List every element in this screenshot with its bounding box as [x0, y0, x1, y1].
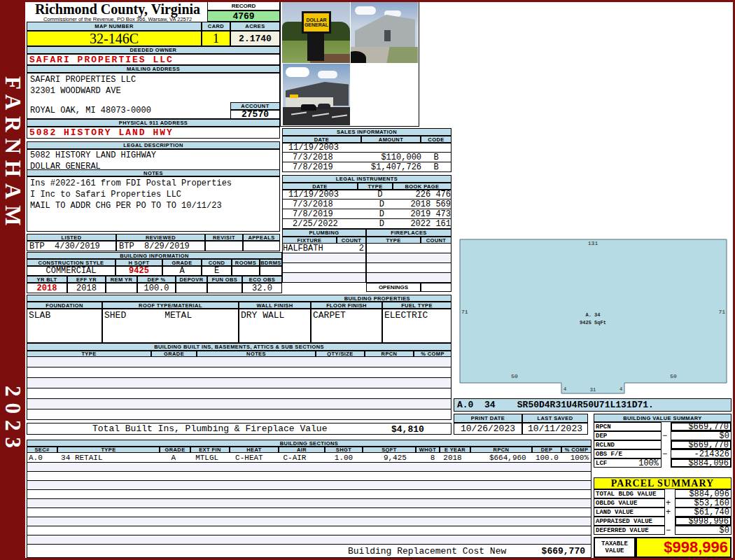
physical-address-label: PHYSICAL 911 ADDRESS: [27, 119, 280, 127]
funobs-label: FUN OBS: [207, 276, 242, 283]
sales-date-label: DATE: [282, 136, 361, 143]
plumbing-row: HALFBATH 2: [282, 244, 366, 253]
bvs-lcf-label: LCF 100%: [594, 458, 662, 468]
builtins-qty-label: QTY/SIZE: [316, 351, 365, 357]
builtins-empty-row: [27, 357, 451, 368]
effyr-value: 2018: [67, 283, 106, 293]
listed-value: BTP 4/30/2019: [27, 241, 116, 251]
plumbing-row: [282, 253, 366, 263]
sign-post: [307, 33, 324, 61]
bvs-lcf-value: $884,096: [671, 458, 732, 468]
map-number-label: MAP NUMBER: [27, 22, 202, 31]
county-title: Richmond County, Virginia: [29, 1, 206, 17]
sketch-dim-bottom-right: 50: [670, 373, 677, 379]
ps-deferred-op: −: [666, 526, 675, 535]
reviewed-label: REVIEWED: [116, 234, 205, 241]
deeded-owner-value: SAFARI PROPERTIES LLC: [27, 54, 280, 65]
rooms-label: ROOMS: [232, 259, 260, 266]
card-value: 1: [202, 31, 230, 46]
print-date-value: 10/26/2023: [454, 423, 522, 435]
fireplaces-label: FIREPLACES: [366, 229, 451, 237]
dollar-general-sign-board: DOLLAR GENERAL: [302, 11, 331, 34]
bvs-rclnd-value: $669,770: [671, 440, 732, 449]
plumbing-row: [282, 273, 366, 283]
last-saved-label: LAST SAVED: [522, 414, 588, 423]
builtins-total-row: Total Built Ins, Plumbing & Fireplace Va…: [27, 423, 451, 435]
effyr-label: EFF YR: [67, 276, 106, 283]
sec-whgt-label: WHGT: [416, 447, 440, 453]
openings-label: OPENINGS: [366, 283, 421, 292]
district-name: FARNHAM: [0, 76, 25, 232]
sketch-area-sqft: 9425 SqFt: [580, 320, 606, 326]
ecoobs-value: 32.0: [242, 283, 282, 293]
storefront-sign: [290, 94, 298, 98]
parked-car: [301, 104, 316, 111]
sign-text-line2: GENERAL: [304, 22, 328, 27]
builtins-notes-label: NOTES: [197, 351, 316, 357]
hsqft-value: 9425: [115, 266, 162, 276]
ps-totalbldg-label: TOTAL BLDG VALUE: [594, 489, 665, 498]
builtins-empty-row: [27, 378, 451, 388]
fireplace-row: [366, 263, 451, 273]
fixture-count-label: COUNT: [337, 237, 366, 244]
sec-extfin-label: EXT FIN: [190, 447, 230, 453]
taxable-label: TAXABLE VALUE: [594, 537, 636, 558]
instrument-row: 11/19/2003 D 226 476: [282, 190, 451, 200]
sec-type-label: TYPE: [57, 447, 160, 453]
deeded-owner-label: DEEDED OWNER: [27, 46, 280, 54]
bvs-rpcn-label: RPCN: [594, 422, 662, 431]
fireplace-type-label: TYPE: [366, 237, 421, 244]
note-line: I Inc to Safari Properties LLC: [27, 188, 279, 200]
photo-panel: DOLLAR GENERAL: [280, 0, 419, 127]
bvs-dep-op: −: [662, 431, 671, 440]
sketch-dim-notch-left: 4: [564, 386, 566, 392]
floor-finish-label: FLOOR FINISH: [311, 302, 382, 309]
tax-year: 2023: [0, 386, 25, 454]
builtins-empty-row: [27, 388, 451, 399]
foundation-label: FOUNDATION: [27, 302, 102, 309]
openings-value: [421, 283, 451, 292]
sec-heat-label: HEAT: [230, 447, 279, 453]
revisit-label: REVISIT: [205, 234, 243, 241]
ps-land-label: LAND VALUE: [594, 507, 665, 517]
building-properties-bar: BUILDING PROPERTIES: [27, 295, 451, 302]
section-empty-row: [27, 490, 592, 499]
taxable-value: $998,996: [636, 537, 732, 558]
cloud: [355, 6, 376, 15]
sec-rpcn-label: RPCN: [470, 447, 532, 453]
instr-type-label: TYPE: [358, 183, 393, 190]
section-empty-row: [27, 517, 592, 526]
sec-air-label: AIR: [279, 447, 325, 453]
builtins-empty-row: [27, 368, 451, 378]
builtins-grade-label: GRADE: [151, 351, 197, 357]
sales-row: 11/19/2003: [282, 143, 451, 153]
property-photo-building: [351, 2, 418, 63]
print-date-label: PRINT DATE: [454, 414, 522, 423]
section-empty-row: [27, 472, 592, 481]
plumbing-label: PLUMBING: [282, 229, 366, 237]
grade-label: GRADE: [162, 259, 202, 266]
property-photo-parking-lot: [283, 64, 350, 125]
ecoobs-label: ECO OBS: [242, 276, 282, 283]
note-line: Ins #2022-161 from FDI Postal Properties: [27, 177, 279, 188]
sales-row: 7/8/2019 $1,407,726 B: [282, 162, 451, 172]
bvs-rpcn-value: $669,770: [671, 422, 732, 431]
builtins-empty-row: [27, 399, 451, 410]
ps-appraised-value: $998,996: [675, 517, 732, 526]
building-information-label: BUILDING INFORMATION: [27, 252, 282, 259]
grade-value: A: [162, 266, 202, 276]
ps-appraised-label: APPRAISED VALUE: [594, 517, 665, 526]
legal-description-label: LEGAL DESCRIPTION: [27, 141, 280, 149]
ps-deferred-label: DEFERRED VALUE: [594, 526, 665, 535]
ps-deferred-value: $0: [675, 526, 732, 535]
section-empty-row: [27, 481, 592, 490]
sec-dep-label: DEP: [532, 447, 561, 453]
roof-label: ROOF TYPE/MATERIAL: [102, 302, 239, 309]
section-empty-row: [27, 463, 592, 472]
instr-date-label: DATE: [282, 183, 358, 190]
bvs-dep-value: $0: [671, 431, 732, 440]
legal-line: 5082 HISTORY LAND HIGHWAY: [27, 150, 279, 160]
parcel-summary-label: PARCEL SUMMARY: [594, 477, 732, 489]
hsqft-label: H SQFT: [115, 259, 162, 266]
bvs-lcf-pct: 100%: [638, 458, 661, 468]
